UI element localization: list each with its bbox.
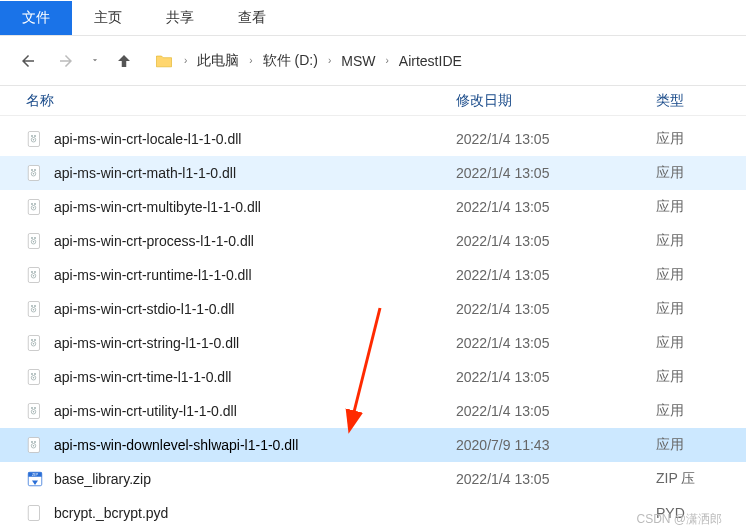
file-row[interactable]: api-ms-win-downlevel-shlwapi-l1-1-0.dll2… (0, 428, 746, 462)
file-type: 应用 (656, 130, 746, 148)
breadcrumb[interactable]: › 此电脑 › 软件 (D:) › MSW › AirtestIDE (154, 51, 462, 71)
tab-file[interactable]: 文件 (0, 1, 72, 35)
file-name: api-ms-win-crt-math-l1-1-0.dll (54, 165, 236, 181)
file-type: 应用 (656, 232, 746, 250)
file-name: bcrypt._bcrypt.pyd (54, 505, 168, 521)
file-row[interactable]: api-ms-win-crt-process-l1-1-0.dll2022/1/… (0, 224, 746, 258)
file-name: api-ms-win-crt-multibyte-l1-1-0.dll (54, 199, 261, 215)
svg-point-42 (34, 407, 36, 409)
svg-point-39 (33, 377, 35, 379)
file-type: 应用 (656, 368, 746, 386)
dll-file-icon (26, 164, 44, 182)
svg-point-11 (31, 203, 33, 205)
svg-point-24 (33, 275, 35, 277)
file-row[interactable]: bcrypt._bcrypt.pydPYD (0, 496, 746, 530)
file-name-cell: api-ms-win-crt-time-l1-1-0.dll (26, 368, 456, 386)
dll-file-icon (26, 436, 44, 454)
file-type: 应用 (656, 334, 746, 352)
breadcrumb-item[interactable]: MSW (341, 53, 375, 69)
dll-file-icon (26, 300, 44, 318)
file-date: 2022/1/4 13:05 (456, 165, 656, 181)
svg-point-36 (31, 373, 33, 375)
chevron-right-icon: › (249, 55, 252, 66)
breadcrumb-item[interactable]: 软件 (D:) (263, 52, 318, 70)
file-date: 2022/1/4 13:05 (456, 267, 656, 283)
svg-point-2 (34, 135, 36, 137)
file-type: 应用 (656, 402, 746, 420)
svg-point-34 (33, 343, 35, 345)
file-name-cell: api-ms-win-crt-multibyte-l1-1-0.dll (26, 198, 456, 216)
svg-point-27 (34, 305, 36, 307)
file-row[interactable]: api-ms-win-crt-multibyte-l1-1-0.dll2022/… (0, 190, 746, 224)
chevron-right-icon: › (385, 55, 388, 66)
breadcrumb-item[interactable]: 此电脑 (197, 52, 239, 70)
tab-bar: 文件 主页 共享 查看 (0, 0, 746, 36)
file-name: api-ms-win-crt-string-l1-1-0.dll (54, 335, 239, 351)
file-type: 应用 (656, 300, 746, 318)
forward-button[interactable] (52, 47, 80, 75)
nav-bar: › 此电脑 › 软件 (D:) › MSW › AirtestIDE (0, 36, 746, 86)
file-name-cell: bcrypt._bcrypt.pyd (26, 504, 456, 522)
svg-point-6 (31, 169, 33, 171)
file-name-cell: api-ms-win-crt-process-l1-1-0.dll (26, 232, 456, 250)
file-name: api-ms-win-downlevel-shlwapi-l1-1-0.dll (54, 437, 298, 453)
column-header-date[interactable]: 修改日期 (456, 92, 656, 110)
file-row[interactable]: ZIPbase_library.zip2022/1/4 13:05ZIP 压 (0, 462, 746, 496)
file-name: api-ms-win-crt-utility-l1-1-0.dll (54, 403, 237, 419)
back-button[interactable] (14, 47, 42, 75)
file-type: 应用 (656, 164, 746, 182)
svg-point-14 (33, 207, 35, 209)
file-date: 2022/1/4 13:05 (456, 403, 656, 419)
dll-file-icon (26, 402, 44, 420)
svg-rect-15 (28, 234, 39, 249)
tab-view[interactable]: 查看 (216, 1, 288, 35)
column-header-type[interactable]: 类型 (656, 92, 746, 110)
file-date: 2022/1/4 13:05 (456, 131, 656, 147)
svg-rect-35 (28, 370, 39, 385)
file-row[interactable]: api-ms-win-crt-utility-l1-1-0.dll2022/1/… (0, 394, 746, 428)
file-name-cell: api-ms-win-crt-runtime-l1-1-0.dll (26, 266, 456, 284)
file-name-cell: api-ms-win-crt-string-l1-1-0.dll (26, 334, 456, 352)
file-type: 应用 (656, 436, 746, 454)
pyd-file-icon (26, 504, 44, 522)
column-headers: 名称 修改日期 类型 (0, 86, 746, 116)
file-row[interactable]: api-ms-win-crt-string-l1-1-0.dll2022/1/4… (0, 326, 746, 360)
svg-point-9 (33, 173, 35, 175)
svg-rect-10 (28, 200, 39, 215)
history-dropdown-icon[interactable] (90, 55, 100, 67)
svg-point-31 (31, 339, 33, 341)
svg-point-41 (31, 407, 33, 409)
file-row[interactable]: api-ms-win-crt-math-l1-1-0.dll2022/1/4 1… (0, 156, 746, 190)
svg-point-16 (31, 237, 33, 239)
file-name: api-ms-win-crt-stdio-l1-1-0.dll (54, 301, 234, 317)
file-row[interactable]: api-ms-win-crt-time-l1-1-0.dll2022/1/4 1… (0, 360, 746, 394)
svg-rect-25 (28, 302, 39, 317)
dll-file-icon (26, 266, 44, 284)
svg-point-21 (31, 271, 33, 273)
up-button[interactable] (110, 47, 138, 75)
file-row[interactable]: api-ms-win-crt-stdio-l1-1-0.dll2022/1/4 … (0, 292, 746, 326)
file-name-cell: api-ms-win-crt-utility-l1-1-0.dll (26, 402, 456, 420)
column-header-name[interactable]: 名称 (26, 92, 456, 110)
svg-point-7 (34, 169, 36, 171)
file-name: api-ms-win-crt-process-l1-1-0.dll (54, 233, 254, 249)
svg-point-47 (34, 441, 36, 443)
dll-file-icon (26, 198, 44, 216)
svg-point-17 (34, 237, 36, 239)
zip-file-icon: ZIP (26, 470, 44, 488)
file-row[interactable]: api-ms-win-crt-locale-l1-1-0.dll2022/1/4… (0, 122, 746, 156)
file-name: api-ms-win-crt-time-l1-1-0.dll (54, 369, 231, 385)
tab-home[interactable]: 主页 (72, 1, 144, 35)
file-name-cell: ZIPbase_library.zip (26, 470, 456, 488)
file-date: 2022/1/4 13:05 (456, 471, 656, 487)
dll-file-icon (26, 368, 44, 386)
file-date: 2020/7/9 11:43 (456, 437, 656, 453)
file-row[interactable]: api-ms-win-crt-runtime-l1-1-0.dll2022/1/… (0, 258, 746, 292)
file-date: 2022/1/4 13:05 (456, 335, 656, 351)
breadcrumb-item[interactable]: AirtestIDE (399, 53, 462, 69)
svg-point-49 (33, 445, 35, 447)
tab-share[interactable]: 共享 (144, 1, 216, 35)
svg-rect-40 (28, 404, 39, 419)
file-type: 应用 (656, 198, 746, 216)
svg-point-22 (34, 271, 36, 273)
